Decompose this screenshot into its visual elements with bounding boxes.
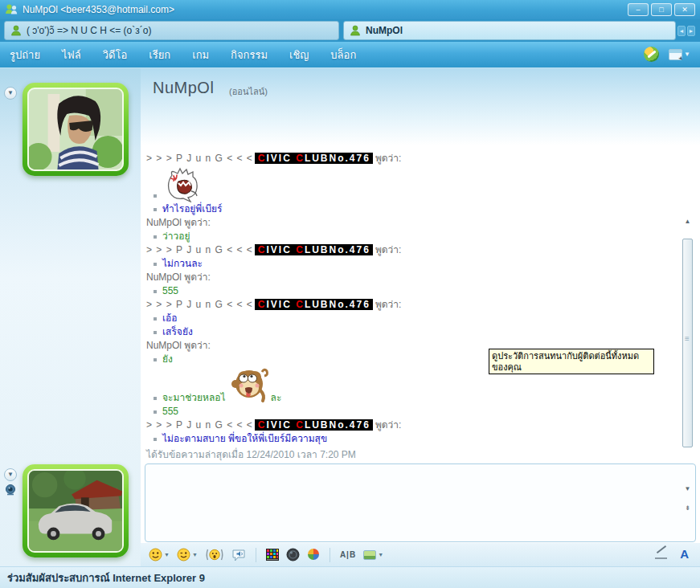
tab-scroll-right-icon[interactable]: ► [687,26,695,36]
message-input[interactable] [145,464,695,541]
pinwheel-icon [307,548,320,561]
layout-switcher: ▼ [669,49,690,60]
chevron-down-icon: ▼ [378,552,383,557]
contact-status: (ออนไลน์) [229,84,268,99]
sidebar: ▼ ▼ [0,68,141,566]
game-picker-button[interactable] [266,549,279,561]
message-header: > > > P J u n G < < <CIVIC CLUBNo.476พูด… [146,419,677,432]
text-mode-icon[interactable]: A [680,547,689,561]
webcam-icon[interactable] [4,484,17,496]
message-text: ทำไรอยู่พี่เบียร์ [162,202,222,216]
bullet-icon [154,410,157,414]
message-header: > > > P J u n G < < <CIVIC CLUBNo.476พูด… [146,152,677,165]
conversation: > > > P J u n G < < <CIVIC CLUBNo.476พูด… [141,145,677,447]
contact-display-picture[interactable] [23,83,129,176]
font-ab-icon: A|B [340,550,356,559]
emoticon-picker-button[interactable]: ▼ [149,548,170,561]
handwriting-mode-icon[interactable] [654,546,669,561]
message-text: 555 [162,405,178,419]
layout-icon[interactable] [669,49,682,60]
clan-name-highlight: CIVIC CLUBNo.476 [255,244,373,255]
message-input-box [145,463,696,542]
tab-scroll-left-icon[interactable]: ◄ [677,26,686,36]
chevron-down-icon[interactable]: ▼ [684,51,690,58]
audio-button[interactable] [286,548,300,561]
message-text: 555 [162,284,178,298]
tab-numpol[interactable]: NuMpOl [343,21,676,40]
sender-name: > > > P J u n G < < < [146,153,253,164]
self-photo-car [29,471,122,551]
tab-label: ( ɔ'o')ɔ̃ => N U C H <= (o`з´o) [27,25,151,36]
menubar-item-4[interactable]: เกม [192,47,209,63]
chat-message: 555 [146,405,677,419]
minimize-button[interactable]: – [628,3,649,16]
chat-message: 555 [146,284,677,298]
menubar-item-1[interactable]: ไฟล์ [62,47,81,63]
tab-nuch[interactable]: ( ɔ'o')ɔ̃ => N U C H <= (o`з´o) [4,21,339,40]
scrollbar-up-icon[interactable]: ▲ [682,217,694,227]
message-text: ละ [271,391,282,405]
voice-clip-button[interactable] [231,548,246,561]
menubar-item-3[interactable]: เรียก [149,47,170,63]
monkey-emoticon [227,366,269,405]
clan-name-highlight: CIVIC CLUBNo.476 [255,153,373,164]
clan-name-highlight: CIVIC CLUBNo.476 [255,299,373,310]
scrollbar-down-icon[interactable]: ▼ [682,484,694,494]
self-display-picture[interactable] [23,464,129,557]
menubar-item-0[interactable]: รูปถ่าย [10,47,40,63]
font-button[interactable]: A|B [340,550,356,559]
bullet-icon [154,358,157,361]
message-header: > > > P J u n G < < <CIVIC CLUBNo.476พูด… [146,243,677,257]
says-label: พูดว่า: [375,153,402,164]
whats-new-pen-icon[interactable] [644,47,659,62]
messenger-window: NuMpOl <beer4353@hotmail.com> – □ ✕ ( ɔ'… [0,0,700,588]
message-text: ไม่กวนละ [162,257,203,271]
bullet-icon [154,397,157,400]
bullet-icon [154,263,157,266]
chat-column: NuMpOl (ออนไลน์) > > > P J u n G < < <CI… [141,68,700,566]
nudge-button[interactable] [205,548,224,561]
menubar-item-6[interactable]: เชิญ [289,47,309,63]
wink-smiley-icon [177,548,190,561]
message-text: ยัง [162,353,173,366]
contact-person-icon [350,25,361,36]
sender-name: > > > P J u n G < < < [146,299,253,310]
menubar: รูปถ่ายไฟล์วิดีโอเรียกเกมกิจกรรมเชิญบล็อ… [0,42,700,68]
speaker-sphere-icon [286,548,300,561]
contact-photo [29,89,122,169]
scrollbar-thumb[interactable] [682,239,693,447]
says-label: พูดว่า: [375,299,402,310]
menubar-item-7[interactable]: บล็อก [330,47,356,63]
tab-label: NuMpOl [366,25,403,36]
messenger-buddy-icon [5,3,18,16]
chat-message: ไม่กวนละ [146,257,677,271]
menubar-item-2[interactable]: วิดีโอ [103,47,128,63]
ie9-ad-link[interactable]: ร่วมสัมผัสประสบการณ์ Internet Explorer 9 [7,570,205,586]
message-text: จะมาช่วยหลอไ [162,391,226,405]
message-text: ไม่อะตามสบาย พี่ขอให้พี่เบียร์มีความสุข [162,432,327,446]
bullet-icon [154,208,157,211]
wink-picker-button[interactable]: ▼ [177,548,198,561]
message-header: NuMpOl พูดว่า: [146,216,677,230]
sender-name: > > > P J u n G < < < [146,244,253,255]
clan-name-highlight: CIVIC CLUBNo.476 [255,419,373,431]
contact-name: NuMpOl [153,79,214,97]
emoticon-line [146,165,677,202]
message-text: ว่าวอยู่ [162,230,190,243]
says-label: พูดว่า: [375,419,402,431]
toolbar-separator [256,548,256,562]
background-picker-button[interactable]: ▼ [363,550,383,560]
contact-person-icon [10,25,22,36]
sender-name: > > > P J u n G < < < [146,419,253,431]
menubar-item-5[interactable]: กิจกรรม [231,47,268,63]
chat-message: ไม่อะตามสบาย พี่ขอให้พี่เบียร์มีความสุข [146,432,677,446]
maximize-button[interactable]: □ [651,3,672,16]
collapse-avatar-chevron-icon[interactable]: ▼ [4,87,17,100]
angry-ghost-emoticon [164,167,201,202]
toolbar-separator [330,548,330,562]
collapse-avatar-chevron-icon[interactable]: ▼ [4,468,17,481]
close-button[interactable]: ✕ [674,3,695,16]
activities-button[interactable] [307,548,320,561]
scroll-to-bottom-icon[interactable]: ⇟ [682,504,694,513]
background-scene-icon [363,550,376,560]
